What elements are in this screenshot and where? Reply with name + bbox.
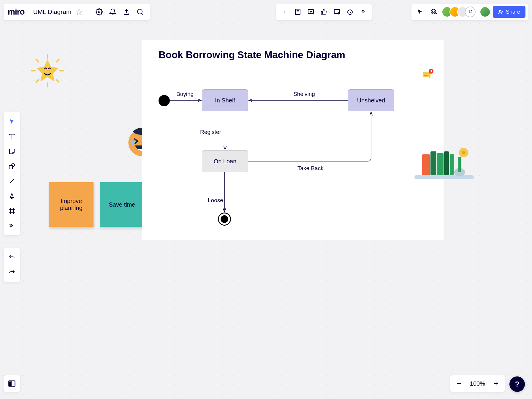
share-button[interactable]: Share [493, 6, 525, 18]
svg-rect-63 [10, 382, 10, 385]
arrow-tool[interactable] [5, 175, 18, 188]
text-tool[interactable] [5, 130, 18, 143]
undo-panel [4, 248, 20, 282]
divider [29, 7, 29, 16]
svg-point-12 [338, 13, 339, 14]
left-toolbar [4, 112, 20, 235]
svg-point-41 [131, 140, 135, 145]
svg-rect-53 [430, 151, 436, 175]
svg-marker-0 [77, 9, 82, 15]
vote-icon[interactable] [318, 6, 330, 18]
svg-rect-51 [414, 175, 474, 179]
svg-rect-55 [444, 151, 449, 175]
svg-line-4 [142, 13, 143, 15]
svg-point-14 [431, 9, 436, 14]
sticky-note-teal[interactable]: Save time [100, 182, 144, 227]
settings-icon[interactable] [94, 6, 105, 18]
frame-tool[interactable] [5, 204, 18, 217]
sticky-text: Save time [109, 201, 135, 208]
svg-line-37 [56, 80, 59, 82]
comment-icon[interactable] [331, 6, 343, 18]
transition-label: Shelving [293, 91, 315, 97]
presentation-icon[interactable] [305, 6, 316, 18]
bell-icon[interactable] [107, 6, 118, 18]
svg-line-26 [10, 179, 14, 183]
svg-point-1 [98, 11, 100, 13]
export-icon[interactable] [121, 6, 132, 18]
board-title[interactable]: UML Diagram [33, 8, 72, 15]
svg-line-36 [36, 59, 39, 62]
zoom-out-button[interactable] [453, 378, 465, 389]
more-tools[interactable] [5, 219, 18, 232]
svg-rect-56 [450, 154, 454, 175]
svg-rect-58 [458, 157, 461, 172]
sticky-tool[interactable] [5, 145, 18, 158]
sticky-text: Improve planning [52, 198, 91, 211]
svg-point-3 [137, 9, 142, 14]
badge-count: 3 [430, 69, 432, 73]
cursor-play-icon[interactable] [414, 6, 426, 18]
transition-label: Loose [208, 197, 223, 204]
shape-tool[interactable] [5, 160, 18, 173]
topbar-right: 12 Share [411, 4, 528, 20]
svg-marker-10 [310, 11, 312, 12]
diagram-panel[interactable]: Book Borrowing State Machine Diagram In … [142, 40, 444, 240]
svg-point-15 [432, 11, 433, 12]
undo-button[interactable] [5, 251, 18, 264]
more-icon[interactable] [357, 6, 369, 18]
star-icon[interactable] [74, 6, 85, 18]
current-user-avatar[interactable] [480, 7, 490, 17]
svg-line-38 [36, 80, 39, 82]
pen-tool[interactable] [5, 189, 18, 202]
sticky-note-orange[interactable]: Improve planning [49, 182, 94, 227]
topbar-left: miro UML Diagram [4, 4, 150, 20]
reactions-icon[interactable] [428, 6, 439, 18]
svg-point-60 [462, 151, 466, 154]
comment-thread-icon[interactable]: 3 [422, 69, 433, 81]
svg-rect-54 [437, 153, 444, 175]
transitions-svg [142, 40, 444, 240]
miro-logo[interactable]: miro [8, 7, 25, 17]
collaborator-avatars[interactable]: 12 [442, 7, 476, 17]
bookshelf-sticker[interactable] [414, 142, 477, 184]
note-icon[interactable] [292, 6, 303, 18]
collapse-panel-button[interactable] [4, 375, 20, 392]
timer-icon[interactable] [344, 6, 356, 18]
transition-label: Buying [176, 91, 194, 97]
zoom-controls: 100% [450, 375, 505, 392]
help-button[interactable]: ? [509, 376, 525, 392]
search-icon[interactable] [134, 6, 146, 18]
help-label: ? [515, 380, 520, 388]
transition-label: Take Back [297, 165, 324, 172]
svg-point-25 [12, 164, 15, 167]
topbar-middle [276, 4, 372, 20]
avatar-count[interactable]: 12 [465, 7, 476, 17]
svg-point-16 [434, 11, 434, 12]
chevron-right-icon[interactable] [279, 6, 290, 18]
select-tool[interactable] [5, 115, 18, 128]
zoom-percent[interactable]: 100% [467, 380, 488, 387]
svg-rect-52 [422, 154, 430, 175]
svg-line-39 [56, 59, 59, 62]
redo-button[interactable] [5, 266, 18, 279]
share-label: Share [506, 9, 520, 15]
zoom-in-button[interactable] [490, 378, 502, 389]
divider [89, 7, 89, 16]
star-sticker[interactable] [30, 53, 65, 88]
transition-label: Register [200, 129, 221, 135]
